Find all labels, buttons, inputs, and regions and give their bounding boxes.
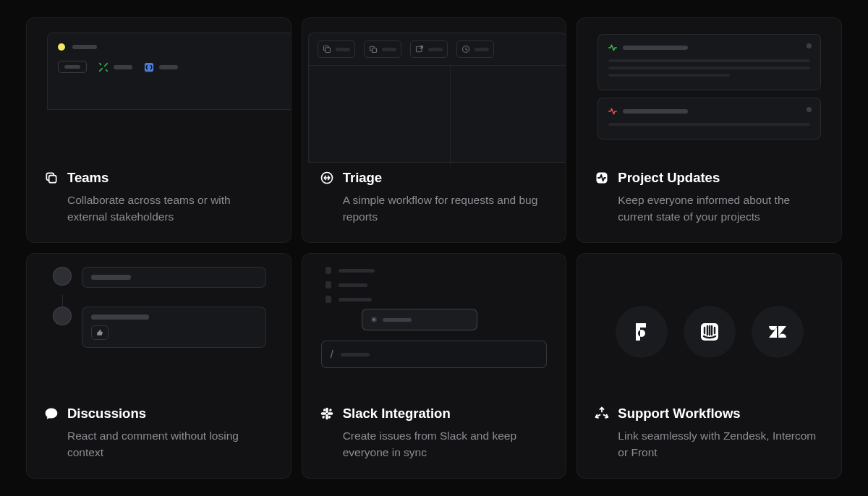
- feature-grid: Teams Collaborate across teams or with e…: [0, 0, 868, 496]
- svg-rect-12: [326, 414, 328, 419]
- illustration-slack: /: [302, 254, 566, 406]
- slack-icon: [320, 406, 334, 421]
- card-desc: Keep everyone informed about the current…: [618, 192, 824, 226]
- status-dot-icon: [371, 317, 377, 322]
- card-slack[interactable]: / Sl: [302, 253, 567, 479]
- front-logo-icon: [616, 306, 668, 358]
- triage-icon: [320, 171, 334, 185]
- illustration-project-updates: [577, 18, 841, 170]
- pulse-icon: [608, 107, 617, 116]
- avatar-icon: [53, 267, 72, 286]
- tool-icon: [98, 62, 109, 72]
- card-title: Support Workflows: [618, 406, 740, 422]
- thumbs-up-icon: [96, 329, 103, 336]
- avatar-icon: [53, 307, 72, 325]
- intercom-logo-icon: [684, 306, 736, 358]
- chat-icon: [44, 406, 59, 421]
- slash-symbol: /: [331, 349, 333, 360]
- teams-icon: [44, 171, 59, 185]
- reaction-chip: [91, 325, 109, 340]
- clock-icon: [461, 45, 470, 54]
- recycle-icon: [595, 406, 609, 421]
- svg-rect-4: [325, 48, 330, 53]
- illustration-support: [577, 254, 841, 406]
- card-discussions[interactable]: Discussions React and comment without lo…: [26, 253, 292, 479]
- card-desc: A simple workflow for requests and bug r…: [343, 192, 549, 226]
- stack-icon: [369, 45, 378, 54]
- card-desc: Link seamlessly with Zendesk, Intercom o…: [618, 427, 824, 461]
- card-teams[interactable]: Teams Collaborate across teams or with e…: [26, 17, 292, 243]
- code-icon: [144, 62, 154, 72]
- card-title: Project Updates: [618, 170, 720, 186]
- svg-rect-11: [326, 407, 328, 413]
- illustration-teams: [27, 18, 291, 170]
- svg-rect-2: [49, 175, 56, 182]
- card-project-updates[interactable]: Project Updates Keep everyone informed a…: [576, 17, 842, 243]
- pulse-icon: [608, 43, 617, 52]
- export-icon: [415, 45, 424, 54]
- copy-icon: [323, 45, 331, 54]
- card-desc: Create issues from Slack and keep everyo…: [343, 427, 549, 461]
- slack-slash-input: /: [321, 341, 548, 368]
- card-desc: Collaborate across teams or with externa…: [67, 192, 273, 226]
- illustration-discussions: [27, 254, 291, 406]
- svg-rect-6: [372, 48, 376, 53]
- card-title: Discussions: [67, 406, 146, 422]
- svg-rect-13: [320, 412, 326, 414]
- card-title: Slack Integration: [343, 406, 451, 422]
- illustration-triage: [302, 18, 566, 170]
- card-triage[interactable]: Triage A simple workflow for requests an…: [302, 17, 567, 243]
- zendesk-logo-icon: [752, 306, 804, 358]
- card-desc: React and comment without losing context: [67, 427, 273, 461]
- svg-rect-14: [327, 412, 333, 414]
- card-title: Triage: [343, 170, 383, 186]
- card-title: Teams: [67, 170, 109, 186]
- card-support[interactable]: Support Workflows Link seamlessly with Z…: [576, 253, 842, 479]
- slack-popup: [362, 309, 477, 330]
- activity-icon: [595, 171, 609, 185]
- bulb-icon: [58, 43, 65, 51]
